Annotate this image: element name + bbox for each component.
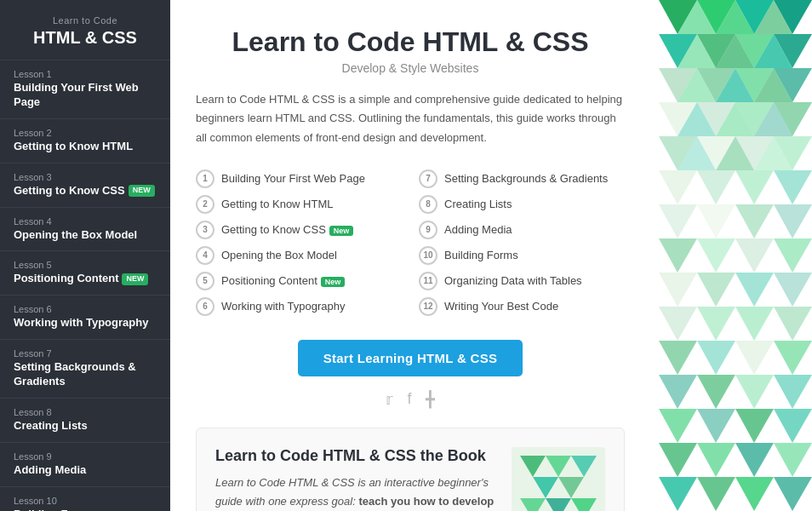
lesson-item-title: Positioning ContentNew bbox=[221, 274, 345, 287]
svg-marker-59 bbox=[735, 238, 774, 273]
svg-marker-73 bbox=[659, 375, 697, 409]
svg-marker-66 bbox=[697, 307, 735, 341]
svg-marker-79 bbox=[735, 409, 774, 443]
badge-new: New bbox=[122, 273, 148, 285]
svg-marker-70 bbox=[697, 341, 735, 375]
lesson-num-circle: 3 bbox=[196, 221, 214, 239]
sidebar-lesson-title: Getting to Know HTML bbox=[14, 140, 157, 154]
lesson-item-12[interactable]: 12Writing Your Best Code bbox=[419, 294, 625, 319]
lesson-num-circle: 6 bbox=[196, 297, 214, 316]
lessons-col2: 7Setting Backgrounds & Gradients8Creatin… bbox=[419, 166, 625, 319]
sidebar-header: Learn to Code HTML & CSS bbox=[0, 0, 170, 60]
sidebar-lesson-title: Getting to Know CSSNew bbox=[14, 184, 157, 198]
sidebar-lesson-title: Positioning ContentNew bbox=[14, 272, 157, 286]
svg-marker-74 bbox=[697, 375, 735, 409]
svg-marker-69 bbox=[659, 341, 697, 375]
page-subtitle: Develop & Style Websites bbox=[196, 61, 625, 75]
svg-marker-53 bbox=[659, 204, 697, 238]
sidebar-lesson-title: Adding Media bbox=[14, 463, 157, 478]
lesson-item-6[interactable]: 6Working with Typography bbox=[196, 294, 402, 319]
lesson-item-title: Getting to Know HTML bbox=[221, 198, 334, 210]
book-title: Learn to Code HTML & CSS the Book bbox=[215, 447, 495, 465]
sidebar-lesson-3[interactable]: Lesson 3Getting to Know CSSNew bbox=[0, 164, 170, 208]
sidebar-lesson-title: Working with Typography bbox=[14, 316, 157, 330]
book-text: Learn to Code HTML & CSS the Book Learn … bbox=[215, 447, 495, 511]
lesson-item-8[interactable]: 8Creating Lists bbox=[419, 192, 625, 217]
page-title-wrapper: Learn to Code HTML & CSS Develop & Style… bbox=[196, 26, 625, 75]
sidebar: Learn to Code HTML & CSS Lesson 1Buildin… bbox=[0, 0, 170, 511]
svg-marker-55 bbox=[735, 204, 774, 238]
lesson-num-circle: 1 bbox=[196, 169, 214, 188]
svg-marker-71 bbox=[735, 341, 774, 375]
lesson-num-circle: 4 bbox=[196, 246, 214, 265]
lesson-item-11[interactable]: 11Organizing Data with Tables bbox=[419, 268, 625, 294]
svg-marker-82 bbox=[697, 443, 735, 477]
lesson-item-9[interactable]: 9Adding Media bbox=[419, 217, 625, 243]
lesson-item-5[interactable]: 5Positioning ContentNew bbox=[196, 268, 402, 294]
sidebar-lesson-num: Lesson 2 bbox=[14, 128, 157, 138]
sidebar-lesson-9[interactable]: Lesson 9Adding Media bbox=[0, 443, 170, 487]
lesson-item-title: Building Forms bbox=[444, 249, 518, 261]
sidebar-lesson-5[interactable]: Lesson 5Positioning ContentNew bbox=[0, 251, 170, 296]
sidebar-lesson-title: Opening the Box Model bbox=[14, 228, 157, 243]
svg-marker-51 bbox=[735, 170, 774, 204]
sidebar-lesson-title: Setting Backgrounds & Gradients bbox=[14, 360, 157, 389]
svg-marker-88 bbox=[774, 477, 812, 511]
svg-marker-76 bbox=[774, 375, 812, 409]
svg-marker-72 bbox=[774, 341, 812, 375]
lesson-item-4[interactable]: 4Opening the Box Model bbox=[196, 243, 402, 268]
lesson-item-3[interactable]: 3Getting to Know CSSNew bbox=[196, 217, 402, 243]
badge-new-green: New bbox=[329, 226, 354, 236]
lesson-item-title: Building Your First Web Page bbox=[221, 172, 365, 185]
sidebar-lesson-title: Creating Lists bbox=[14, 419, 157, 433]
lesson-item-2[interactable]: 2Getting to Know HTML bbox=[196, 192, 402, 217]
facebook-icon[interactable]: f bbox=[407, 390, 411, 409]
svg-marker-83 bbox=[735, 443, 774, 477]
sidebar-lesson-num: Lesson 4 bbox=[14, 216, 157, 227]
lesson-item-10[interactable]: 10Building Forms bbox=[419, 243, 625, 268]
svg-marker-84 bbox=[774, 443, 812, 477]
sidebar-lesson-2[interactable]: Lesson 2Getting to Know HTML bbox=[0, 119, 170, 164]
lesson-item-title: Creating Lists bbox=[444, 198, 512, 210]
svg-marker-75 bbox=[735, 375, 774, 409]
lesson-num-circle: 12 bbox=[419, 297, 437, 316]
svg-marker-50 bbox=[697, 170, 735, 204]
lesson-num-circle: 2 bbox=[196, 195, 214, 214]
svg-marker-61 bbox=[659, 273, 697, 307]
twitter-icon[interactable]: 𝕣 bbox=[386, 390, 393, 409]
sidebar-lesson-4[interactable]: Lesson 4Opening the Box Model bbox=[0, 208, 170, 252]
sidebar-lesson-10[interactable]: Lesson 10Building Forms bbox=[0, 487, 170, 511]
sidebar-lesson-num: Lesson 3 bbox=[14, 172, 157, 182]
sidebar-lessons: Lesson 1Building Your First Web PageLess… bbox=[0, 60, 170, 511]
cta-button[interactable]: Start Learning HTML & CSS bbox=[298, 340, 523, 376]
sidebar-lesson-6[interactable]: Lesson 6Working with Typography bbox=[0, 296, 170, 340]
svg-marker-52 bbox=[774, 170, 812, 204]
sidebar-lesson-num: Lesson 10 bbox=[14, 496, 157, 506]
cta-wrapper: Start Learning HTML & CSS bbox=[196, 340, 625, 376]
svg-marker-54 bbox=[697, 204, 735, 238]
svg-marker-57 bbox=[659, 238, 697, 273]
lessons-col1: 1Building Your First Web Page2Getting to… bbox=[196, 166, 402, 319]
svg-marker-60 bbox=[774, 238, 812, 273]
svg-marker-49 bbox=[659, 170, 697, 204]
sidebar-lesson-8[interactable]: Lesson 8Creating Lists bbox=[0, 399, 170, 443]
lesson-item-title: Writing Your Best Code bbox=[444, 300, 558, 313]
googleplus-icon[interactable]: ╋ bbox=[426, 390, 435, 409]
sidebar-lesson-7[interactable]: Lesson 7Setting Backgrounds & Gradients bbox=[0, 340, 170, 399]
sidebar-lesson-num: Lesson 7 bbox=[14, 348, 157, 359]
badge-new: New bbox=[129, 185, 155, 197]
sidebar-lesson-1[interactable]: Lesson 1Building Your First Web Page bbox=[0, 60, 170, 119]
lesson-num-circle: 7 bbox=[419, 169, 437, 188]
lesson-item-7[interactable]: 7Setting Backgrounds & Gradients bbox=[419, 166, 625, 192]
svg-marker-64 bbox=[774, 273, 812, 307]
lesson-item-1[interactable]: 1Building Your First Web Page bbox=[196, 166, 402, 192]
book-section: Learn to Code HTML & CSS the Book Learn … bbox=[196, 428, 625, 511]
svg-marker-56 bbox=[774, 204, 812, 238]
svg-marker-81 bbox=[659, 443, 697, 477]
page-description: Learn to Code HTML & CSS is a simple and… bbox=[196, 90, 625, 146]
svg-marker-78 bbox=[697, 409, 735, 443]
sidebar-lesson-num: Lesson 8 bbox=[14, 407, 157, 417]
lesson-num-circle: 11 bbox=[419, 272, 437, 290]
lesson-item-title: Working with Typography bbox=[221, 300, 345, 313]
svg-marker-85 bbox=[659, 477, 697, 511]
